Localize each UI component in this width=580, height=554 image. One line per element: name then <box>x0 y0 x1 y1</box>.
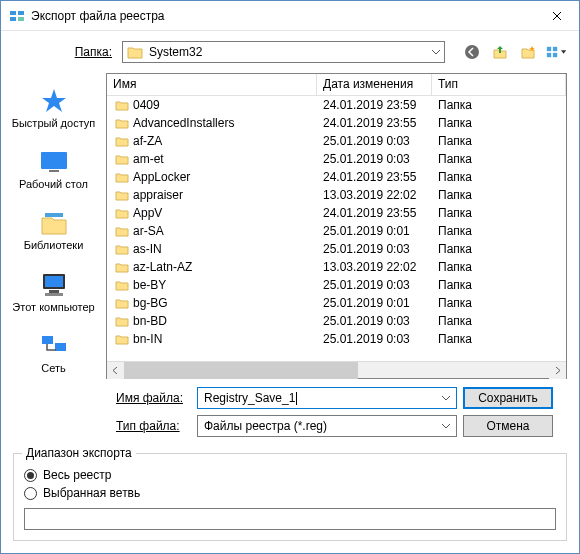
folder-icon <box>115 153 129 165</box>
chevron-down-icon <box>432 50 440 55</box>
table-row[interactable]: 040924.01.2019 23:59Папка <box>107 96 566 114</box>
svg-rect-8 <box>553 53 557 57</box>
filename-input[interactable]: Registry_Save_1 <box>197 387 457 409</box>
filetype-value: Файлы реестра (*.reg) <box>204 419 436 433</box>
place-this-pc[interactable]: Этот компьютер <box>9 265 99 322</box>
back-icon <box>464 44 480 60</box>
horizontal-scrollbar[interactable] <box>107 361 566 378</box>
file-name: bg-BG <box>133 296 168 310</box>
folder-combo[interactable]: System32 <box>122 41 445 63</box>
svg-rect-13 <box>45 276 63 287</box>
branch-input[interactable] <box>24 508 556 530</box>
up-button[interactable] <box>489 41 511 63</box>
places-bar: Быстрый доступ Рабочий стол Библиотеки Э… <box>1 73 106 379</box>
svg-rect-11 <box>45 213 63 217</box>
file-date: 25.01.2019 0:03 <box>317 134 432 148</box>
table-row[interactable]: bg-BG25.01.2019 0:01Папка <box>107 294 566 312</box>
file-type: Папка <box>432 98 566 112</box>
table-row[interactable]: be-BY25.01.2019 0:03Папка <box>107 276 566 294</box>
header-name[interactable]: Имя <box>107 74 317 95</box>
svg-rect-14 <box>49 290 59 293</box>
folder-icon <box>115 99 129 111</box>
table-row[interactable]: am-et25.01.2019 0:03Папка <box>107 150 566 168</box>
radio-all[interactable]: Весь реестр <box>24 468 556 482</box>
cancel-button[interactable]: Отмена <box>463 415 553 437</box>
table-row[interactable]: af-ZA25.01.2019 0:03Папка <box>107 132 566 150</box>
svg-rect-10 <box>49 170 59 172</box>
place-label: Быстрый доступ <box>12 117 96 130</box>
svg-rect-16 <box>42 336 53 344</box>
table-row[interactable]: AppLocker24.01.2019 23:55Папка <box>107 168 566 186</box>
file-name: AdvancedInstallers <box>133 116 234 130</box>
chevron-right-icon <box>554 367 561 374</box>
folder-icon <box>115 207 129 219</box>
scroll-left-button[interactable] <box>107 362 124 379</box>
regedit-icon <box>9 8 25 24</box>
svg-rect-5 <box>547 47 551 51</box>
desktop-icon <box>38 146 70 178</box>
header-type[interactable]: Тип <box>432 74 566 95</box>
header-date[interactable]: Дата изменения <box>317 74 432 95</box>
table-row[interactable]: bn-IN25.01.2019 0:03Папка <box>107 330 566 348</box>
dialog-title: Экспорт файла реестра <box>31 9 534 23</box>
folder-icon <box>115 315 129 327</box>
titlebar: Экспорт файла реестра <box>1 1 579 31</box>
folder-icon <box>115 225 129 237</box>
table-row[interactable]: AppV24.01.2019 23:55Папка <box>107 204 566 222</box>
scroll-track[interactable] <box>124 362 549 379</box>
chevron-down-icon <box>561 45 566 59</box>
table-row[interactable]: as-IN25.01.2019 0:03Папка <box>107 240 566 258</box>
table-row[interactable]: az-Latn-AZ13.03.2019 22:02Папка <box>107 258 566 276</box>
filetype-label: Тип файла: <box>1 419 191 433</box>
file-type: Папка <box>432 116 566 130</box>
file-type: Папка <box>432 242 566 256</box>
table-row[interactable]: AdvancedInstallers24.01.2019 23:55Папка <box>107 114 566 132</box>
nav-toolbar <box>451 41 567 63</box>
table-row[interactable]: ar-SA25.01.2019 0:01Папка <box>107 222 566 240</box>
svg-rect-17 <box>55 343 66 351</box>
file-date: 24.01.2019 23:55 <box>317 170 432 184</box>
file-type: Папка <box>432 278 566 292</box>
place-libraries[interactable]: Библиотеки <box>9 203 99 260</box>
file-name: AppV <box>133 206 162 220</box>
filetype-combo[interactable]: Файлы реестра (*.reg) <box>197 415 457 437</box>
place-desktop[interactable]: Рабочий стол <box>9 142 99 199</box>
file-name: 0409 <box>133 98 160 112</box>
text-caret <box>296 392 297 405</box>
views-button[interactable] <box>545 41 567 63</box>
radio-all-label: Весь реестр <box>43 468 111 482</box>
svg-rect-0 <box>10 11 16 15</box>
file-name: af-ZA <box>133 134 162 148</box>
svg-rect-6 <box>553 47 557 51</box>
folder-row: Папка: System32 <box>1 31 579 73</box>
folder-icon <box>115 171 129 183</box>
export-range-group: Диапазон экспорта Весь реестр Выбранная … <box>13 453 567 541</box>
export-range-legend: Диапазон экспорта <box>22 446 136 460</box>
radio-branch[interactable]: Выбранная ветвь <box>24 486 556 500</box>
chevron-down-icon <box>442 396 450 401</box>
file-type: Папка <box>432 224 566 238</box>
place-network[interactable]: Сеть <box>9 326 99 383</box>
new-folder-button[interactable] <box>517 41 539 63</box>
file-date: 25.01.2019 0:03 <box>317 242 432 256</box>
chevron-left-icon <box>112 367 119 374</box>
svg-rect-2 <box>10 17 16 21</box>
scroll-thumb[interactable] <box>124 362 358 379</box>
svg-rect-1 <box>18 11 24 15</box>
back-button[interactable] <box>461 41 483 63</box>
table-row[interactable]: bn-BD25.01.2019 0:03Папка <box>107 312 566 330</box>
table-row[interactable]: appraiser13.03.2019 22:02Папка <box>107 186 566 204</box>
file-type: Папка <box>432 314 566 328</box>
svg-point-4 <box>465 45 479 59</box>
scroll-right-button[interactable] <box>549 362 566 379</box>
body: Быстрый доступ Рабочий стол Библиотеки Э… <box>1 73 579 379</box>
save-button[interactable]: Сохранить <box>463 387 553 409</box>
place-quick-access[interactable]: Быстрый доступ <box>9 81 99 138</box>
file-date: 25.01.2019 0:03 <box>317 278 432 292</box>
column-headers: Имя Дата изменения Тип <box>107 74 566 96</box>
file-list[interactable]: 040924.01.2019 23:59ПапкаAdvancedInstall… <box>107 96 566 361</box>
form-area: Имя файла: Registry_Save_1 Сохранить Тип… <box>1 379 579 453</box>
file-name: be-BY <box>133 278 166 292</box>
close-button[interactable] <box>534 1 579 30</box>
views-icon <box>546 45 560 59</box>
